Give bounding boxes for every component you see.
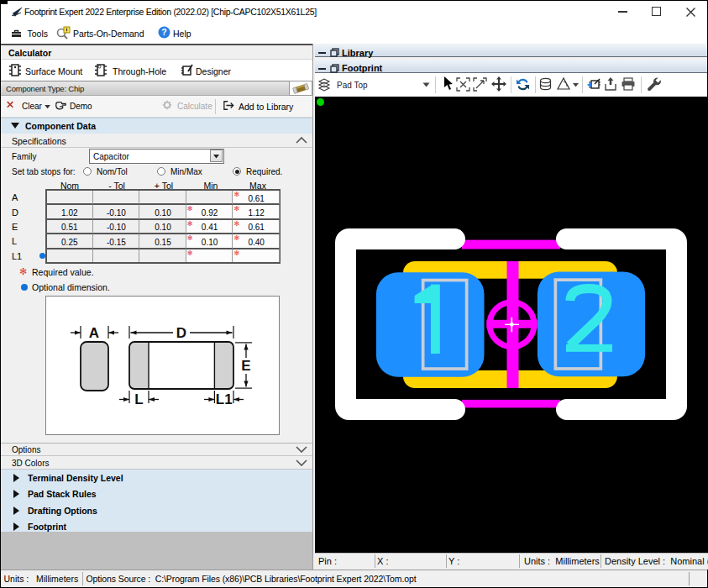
svg-text:D: D xyxy=(176,325,186,341)
svg-text:?: ? xyxy=(161,27,166,37)
svg-text:L1: L1 xyxy=(216,391,233,407)
svg-text:E: E xyxy=(241,358,250,374)
svg-text:L: L xyxy=(134,391,143,407)
svg-text:A: A xyxy=(89,325,99,341)
